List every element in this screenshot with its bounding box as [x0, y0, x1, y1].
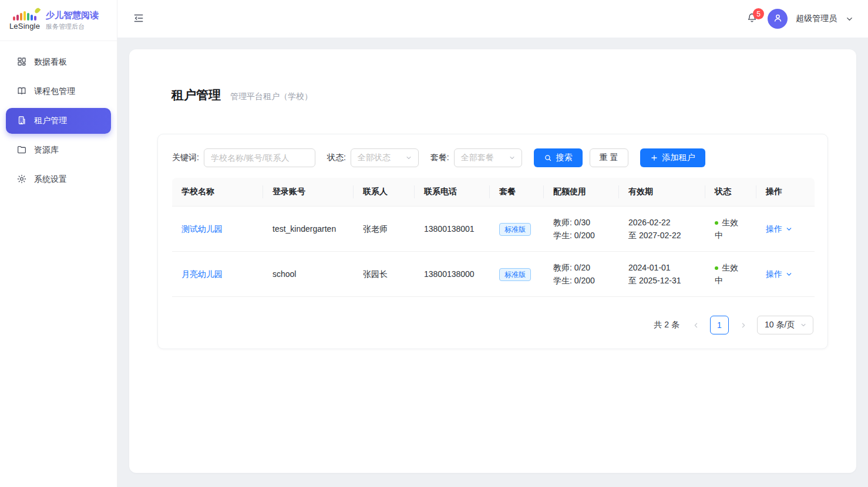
- chevron-down-icon: [405, 154, 412, 161]
- gear-icon: [16, 174, 27, 186]
- topbar: 5 超级管理员: [117, 0, 868, 38]
- content: 租户管理 管理平台租户（学校） 关键词: 状态: 全部状态 套: [117, 38, 868, 487]
- chevron-left-icon: [692, 322, 700, 329]
- book-icon: [16, 86, 27, 98]
- col-status: 状态: [705, 178, 756, 206]
- sidebar-item-course-packages[interactable]: 课程包管理: [6, 79, 111, 104]
- valid-to: 至 2027-02-22: [628, 229, 696, 242]
- quota-teacher: 教师: 0/20: [553, 261, 610, 274]
- plan-label: 套餐:: [430, 153, 449, 163]
- pagination-total: 共 2 条: [654, 320, 679, 330]
- sidebar-item-label: 租户管理: [34, 116, 67, 126]
- grid-icon: [16, 56, 27, 69]
- current-user-name[interactable]: 超级管理员: [796, 13, 837, 24]
- brand: LeSingle 少儿智慧阅读 服务管理后台: [0, 0, 117, 41]
- search-icon: [544, 154, 552, 162]
- quota-teacher: 教师: 0/30: [553, 216, 610, 229]
- sidebar-collapse-button[interactable]: [130, 11, 147, 27]
- logo-wordmark: LeSingle: [9, 22, 40, 31]
- status-cell: 生效中: [705, 252, 756, 297]
- page-size-select[interactable]: 10 条/页: [757, 316, 813, 334]
- folder-icon: [16, 144, 27, 157]
- valid-from: 2026-02-22: [628, 216, 696, 229]
- quota-cell: 教师: 0/30 学生: 0/200: [544, 206, 619, 252]
- plan-select[interactable]: 全部套餐: [454, 148, 522, 167]
- sidebar-item-settings[interactable]: 系统设置: [6, 167, 111, 192]
- valid-from: 2024-01-01: [628, 261, 696, 274]
- login-account: school: [263, 252, 354, 297]
- sidebar-menu: 数据看板 课程包管理 租户管理 资源库 系统设置: [0, 41, 117, 192]
- chevron-down-icon: [509, 154, 516, 161]
- tenant-panel: 关键词: 状态: 全部状态 套餐: 全部套餐: [157, 134, 828, 349]
- menu-fold-icon: [133, 12, 144, 26]
- row-actions-dropdown[interactable]: 操作: [766, 268, 793, 280]
- school-name-link[interactable]: 测试幼儿园: [181, 224, 223, 234]
- col-quota: 配额使用: [544, 178, 619, 206]
- validity-cell: 2024-01-01 至 2025-12-31: [619, 252, 705, 297]
- notifications-button[interactable]: 5: [744, 11, 759, 26]
- plan-badge: 标准版: [499, 223, 531, 236]
- login-account: test_kindergarten: [263, 206, 354, 252]
- contact-phone: 13800138001: [415, 206, 490, 252]
- main-area: 5 超级管理员 租户管理 管理平台租户（学校） 关键词:: [117, 0, 868, 487]
- validity-cell: 2026-02-22 至 2027-02-22: [619, 206, 705, 252]
- user-menu-chevron-down-icon[interactable]: [845, 15, 854, 23]
- status-select-value: 全部状态: [358, 153, 391, 163]
- col-contact: 联系人: [354, 178, 415, 206]
- pagination-prev-button[interactable]: [688, 316, 704, 334]
- chevron-down-icon: [785, 225, 793, 233]
- quota-student: 学生: 0/200: [553, 274, 610, 287]
- sidebar-item-label: 数据看板: [34, 57, 67, 67]
- user-icon: [772, 12, 783, 25]
- sidebar-item-label: 系统设置: [34, 174, 67, 185]
- building-icon: [16, 115, 27, 127]
- add-tenant-button[interactable]: 添加租户: [640, 148, 705, 167]
- pagination-next-button[interactable]: [735, 316, 751, 334]
- pagination: 共 2 条 1 10 条/页: [172, 316, 813, 334]
- plan-badge: 标准版: [499, 268, 531, 281]
- sidebar-item-label: 课程包管理: [34, 86, 75, 97]
- reset-button-label: 重 置: [600, 153, 618, 163]
- sidebar-item-tenants[interactable]: 租户管理: [6, 108, 111, 134]
- chevron-down-icon: [800, 322, 807, 329]
- page-header: 租户管理 管理平台租户（学校）: [157, 49, 828, 103]
- brand-text: 少儿智慧阅读 服务管理后台: [46, 9, 99, 31]
- reset-button[interactable]: 重 置: [590, 148, 628, 167]
- col-phone: 联系电话: [415, 178, 490, 206]
- chevron-right-icon: [739, 322, 747, 329]
- filter-bar: 关键词: 状态: 全部状态 套餐: 全部套餐: [172, 148, 813, 167]
- col-actions: 操作: [756, 178, 815, 206]
- quota-cell: 教师: 0/20 学生: 0/200: [544, 252, 619, 297]
- status-badge: 生效中: [715, 263, 738, 285]
- status-select[interactable]: 全部状态: [351, 148, 419, 167]
- table-row: 月亮幼儿园 school 张园长 13800138000 标准版 教师: 0/2…: [172, 252, 815, 297]
- sidebar-item-label: 资源库: [34, 145, 59, 155]
- brand-title: 少儿智慧阅读: [46, 9, 99, 21]
- contact-name: 张园长: [354, 252, 415, 297]
- status-green-dot-icon: [715, 266, 718, 270]
- pagination-page-1[interactable]: 1: [710, 316, 729, 334]
- col-school-name: 学校名称: [172, 178, 263, 206]
- page-card: 租户管理 管理平台租户（学校） 关键词: 状态: 全部状态 套: [129, 49, 856, 473]
- search-button[interactable]: 搜索: [534, 148, 583, 167]
- page-title: 租户管理: [171, 87, 221, 103]
- status-cell: 生效中: [705, 206, 756, 252]
- contact-phone: 13800138000: [415, 252, 490, 297]
- search-button-label: 搜索: [556, 153, 573, 163]
- chevron-down-icon: [785, 270, 793, 278]
- keyword-input[interactable]: [204, 148, 315, 167]
- keyword-label: 关键词:: [172, 153, 199, 163]
- row-actions-label: 操作: [766, 268, 782, 280]
- sidebar: LeSingle 少儿智慧阅读 服务管理后台 数据看板 课程包管理 租户管理: [0, 0, 117, 487]
- app-root: LeSingle 少儿智慧阅读 服务管理后台 数据看板 课程包管理 租户管理: [0, 0, 868, 487]
- brand-subtitle: 服务管理后台: [46, 22, 99, 31]
- row-actions-dropdown[interactable]: 操作: [766, 222, 793, 235]
- plus-icon: [650, 154, 658, 162]
- sidebar-item-resources[interactable]: 资源库: [6, 137, 111, 163]
- school-name-link[interactable]: 月亮幼儿园: [181, 269, 223, 279]
- status-green-dot-icon: [715, 221, 718, 225]
- table-row: 测试幼儿园 test_kindergarten 张老师 13800138001 …: [172, 206, 815, 252]
- avatar[interactable]: [768, 9, 788, 29]
- sidebar-item-dashboard[interactable]: 数据看板: [6, 49, 111, 75]
- logo-bars-icon: [13, 10, 36, 21]
